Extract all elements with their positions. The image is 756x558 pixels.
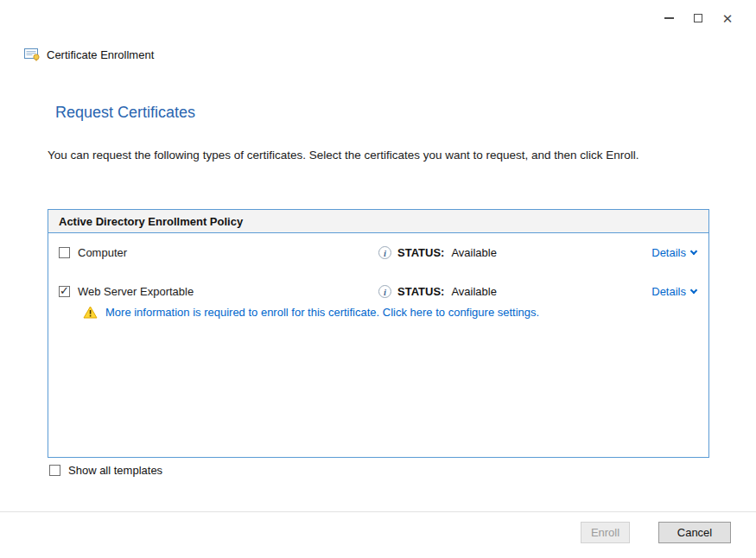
show-all-templates-label: Show all templates	[68, 464, 162, 477]
enroll-button[interactable]: Enroll	[581, 522, 630, 543]
status-label: STATUS:	[397, 246, 444, 259]
cancel-button[interactable]: Cancel	[658, 522, 731, 543]
minimize-button[interactable]	[654, 7, 683, 29]
chevron-down-icon	[690, 286, 697, 293]
status-label: STATUS:	[397, 285, 444, 298]
details-link-computer[interactable]: Details	[651, 246, 696, 259]
template-name: Computer	[78, 246, 127, 259]
status-cell: i STATUS: Available	[378, 285, 651, 298]
status-cell: i STATUS: Available	[378, 246, 651, 259]
enrollment-policy-box: Active Directory Enrollment Policy Compu…	[48, 209, 709, 458]
info-icon: i	[378, 246, 391, 259]
policy-group-header: Active Directory Enrollment Policy	[48, 210, 708, 233]
warning-triangle-icon	[83, 306, 98, 319]
details-label: Details	[651, 246, 686, 259]
template-row-computer[interactable]: Computer i STATUS: Available Details	[48, 233, 708, 272]
close-button[interactable]: ✕	[713, 7, 742, 29]
details-link-web-server[interactable]: Details	[651, 285, 696, 298]
chevron-down-icon	[690, 247, 697, 254]
page-description: You can request the following types of c…	[48, 147, 652, 164]
certificate-icon	[24, 48, 41, 62]
more-information-link[interactable]: More information is required to enroll f…	[48, 306, 708, 319]
show-all-templates-checkbox[interactable]	[49, 465, 60, 476]
window-controls: ✕	[654, 7, 742, 29]
footer-divider	[0, 511, 756, 512]
app-title: Certificate Enrollment	[47, 48, 154, 61]
status-value: Available	[451, 285, 497, 298]
template-name: Web Server Exportable	[78, 285, 194, 298]
minimize-icon	[664, 17, 674, 18]
computer-checkbox[interactable]	[59, 247, 70, 258]
close-icon: ✕	[722, 12, 734, 25]
page-title: Request Certificates	[55, 104, 195, 122]
show-all-templates[interactable]: Show all templates	[49, 464, 162, 477]
template-name-cell: Computer	[59, 246, 378, 259]
template-name-cell: Web Server Exportable	[59, 285, 378, 298]
status-value: Available	[451, 246, 497, 259]
maximize-icon	[694, 14, 702, 22]
details-label: Details	[651, 285, 686, 298]
maximize-button[interactable]	[683, 7, 713, 29]
app-header: Certificate Enrollment	[24, 48, 154, 62]
info-icon: i	[378, 285, 391, 298]
warning-text: More information is required to enroll f…	[105, 306, 539, 319]
certificate-enrollment-window: ✕ Certificate Enrollment Request Certifi…	[0, 0, 756, 558]
web-server-exportable-checkbox[interactable]	[59, 286, 70, 297]
